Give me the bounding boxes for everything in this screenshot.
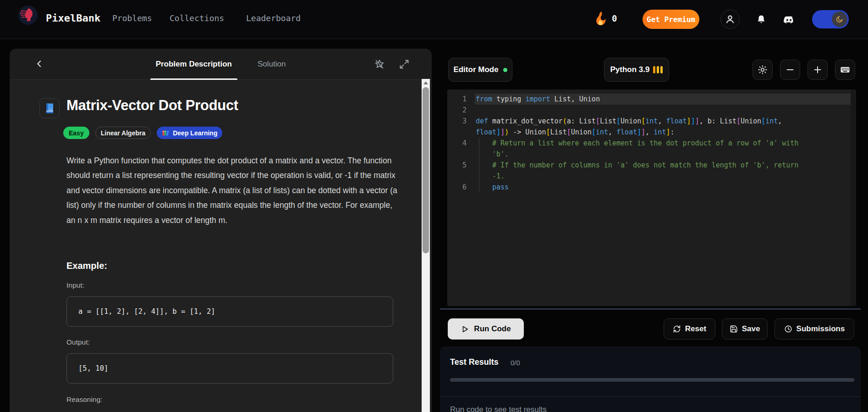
keyboard-icon	[840, 64, 851, 75]
collection-tag[interactable]: Deep Learning	[157, 127, 222, 139]
expand-icon[interactable]	[399, 59, 410, 70]
language-level-bars-icon	[653, 66, 663, 73]
action-bar: Run Code Reset Save	[440, 318, 861, 340]
panel-scrollbar[interactable]	[422, 79, 430, 412]
reset-button[interactable]: Reset	[664, 318, 715, 340]
test-progress-bar	[450, 378, 854, 382]
line-number: 6	[447, 182, 475, 193]
floppy-icon	[730, 325, 738, 333]
editor-scrollbar[interactable]	[851, 89, 856, 306]
streak-count: 0	[612, 13, 617, 23]
dark-mode-toggle[interactable]	[812, 10, 849, 28]
submissions-label: Submissions	[797, 324, 845, 334]
nav-link-collections[interactable]: Collections	[170, 13, 224, 23]
discord-icon[interactable]	[783, 14, 795, 26]
submissions-button[interactable]: Submissions	[775, 318, 854, 340]
refresh-icon	[673, 325, 681, 333]
problem-panel-header: Problem Description Solution	[10, 49, 432, 80]
avatar[interactable]	[720, 10, 740, 29]
test-results-panel: Test Results 0/0 Run code to see test re…	[440, 346, 861, 412]
problem-title: Matrix-Vector Dot Product	[66, 97, 238, 114]
keyboard-shortcuts-button[interactable]	[835, 60, 855, 80]
language-selector[interactable]: Python 3.9	[604, 58, 669, 82]
code-line: -1.	[447, 171, 851, 182]
editor-panel: Editor Mode Python 3.9	[440, 49, 861, 412]
code-line: float]]) -> Union[List[Union[int, float]…	[447, 127, 851, 138]
example-heading: Example:	[66, 261, 107, 271]
blue-book-icon	[43, 102, 56, 115]
line-number	[447, 171, 475, 182]
problem-tabs: Problem Description Solution	[10, 49, 432, 80]
code-line: 4# Return a list where each element is t…	[447, 138, 851, 149]
run-code-button[interactable]: Run Code	[448, 318, 524, 340]
app-viewport: PixelBank Problems Collections Leaderboa…	[0, 0, 868, 412]
flame-icon	[594, 11, 607, 26]
editor-mode-label: Editor Mode	[453, 65, 498, 74]
line-number	[447, 149, 475, 160]
pixelbank-logo-icon[interactable]	[17, 5, 38, 26]
line-number: 5	[447, 160, 475, 171]
editor-theme-button[interactable]	[753, 60, 773, 80]
line-number	[447, 127, 475, 138]
test-results-count: 0/0	[511, 359, 520, 367]
line-number: 3	[447, 116, 475, 127]
reset-label: Reset	[685, 324, 706, 334]
example-input-box: a = [[1, 2], [2, 4]], b = [1, 2]	[66, 296, 393, 327]
minus-icon	[785, 65, 795, 75]
line-number: 4	[447, 138, 475, 149]
output-label: Output:	[66, 338, 90, 346]
play-icon	[461, 325, 469, 334]
tab-problem-description[interactable]: Problem Description	[156, 49, 232, 80]
star-off-icon[interactable]	[374, 59, 385, 70]
nav-link-leaderboard[interactable]: Leaderboard	[246, 13, 301, 23]
scrollbar-up-arrow-icon[interactable]	[423, 81, 428, 84]
category-tag[interactable]: Linear Algebra	[95, 127, 151, 139]
run-code-label: Run Code	[474, 324, 511, 334]
navbar: PixelBank Problems Collections Leaderboa…	[0, 0, 868, 39]
example-output-box: [5, 10]	[66, 353, 393, 384]
clock-icon	[784, 325, 792, 333]
streak-counter: 0	[594, 11, 617, 26]
panel-splitter[interactable]	[440, 308, 861, 310]
problem-book-icon-button[interactable]	[39, 98, 60, 118]
collection-tag-label: Deep Learning	[173, 129, 217, 137]
line-number: 1	[447, 94, 475, 105]
test-results-heading: Test Results	[450, 357, 499, 367]
font-decrease-button[interactable]	[780, 60, 800, 80]
code-line: 6pass	[447, 182, 851, 193]
save-button[interactable]: Save	[722, 318, 768, 340]
get-premium-button[interactable]: Get Premium	[643, 10, 699, 29]
save-label: Save	[742, 324, 760, 334]
code-line: 3def matrix_dot_vector(a: List[List[Unio…	[447, 116, 851, 127]
problem-description-text: Write a Python function that computes th…	[66, 153, 398, 228]
brand-name[interactable]: PixelBank	[46, 12, 100, 24]
books-icon	[162, 129, 170, 137]
code-line: 5# If the number of columns in 'a' does …	[447, 160, 851, 171]
toggle-knob	[832, 11, 847, 27]
tag-row: Easy Linear Algebra Deep Learning	[63, 127, 222, 139]
code-editor[interactable]: 1from typing import List, Union23def mat…	[447, 89, 856, 306]
nav-link-problems[interactable]: Problems	[112, 13, 152, 23]
test-panel-divider	[440, 396, 861, 397]
test-results-empty-message: Run code to see test results	[450, 405, 547, 412]
language-label: Python 3.9	[610, 65, 650, 74]
reasoning-label: Reasoning:	[66, 395, 102, 404]
code-line: 'b'.	[447, 149, 851, 160]
code-line: 1from typing import List, Union	[447, 94, 851, 105]
code-content: 1from typing import List, Union23def mat…	[447, 94, 851, 193]
scrollbar-thumb[interactable]	[423, 87, 429, 253]
problem-panel: Problem Description Solution	[10, 49, 432, 412]
editor-mode-status-dot	[503, 68, 507, 72]
code-line: 2	[447, 105, 851, 116]
plus-icon	[813, 65, 823, 75]
difficulty-badge: Easy	[63, 127, 89, 139]
font-increase-button[interactable]	[808, 60, 828, 80]
tab-solution[interactable]: Solution	[258, 49, 286, 80]
editor-mode-indicator[interactable]: Editor Mode	[448, 58, 512, 82]
line-number: 2	[447, 105, 475, 116]
notifications-bell-icon[interactable]	[756, 14, 767, 26]
input-label: Input:	[66, 281, 84, 290]
sun-icon	[758, 65, 768, 75]
moon-icon	[835, 15, 844, 24]
